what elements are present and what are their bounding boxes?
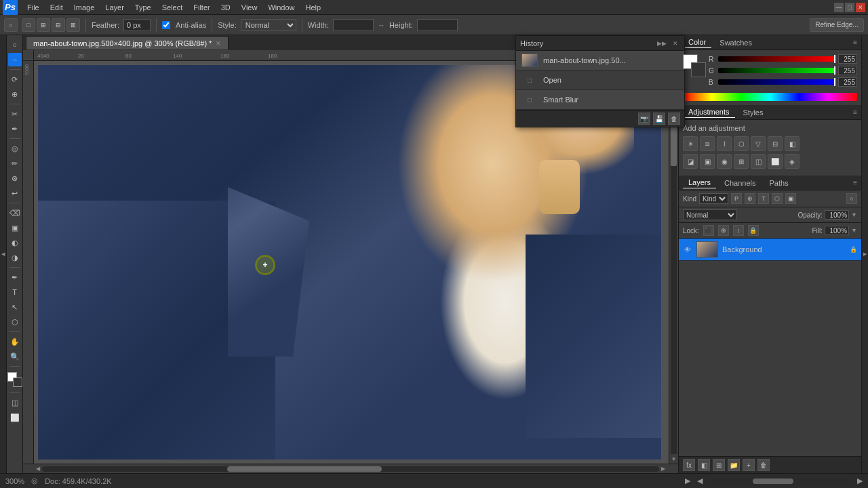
layer-fx-btn[interactable]: fx — [683, 459, 695, 471]
menu-3d[interactable]: 3D — [216, 2, 236, 13]
layer-filter-adj-btn[interactable]: ⊕ — [745, 193, 755, 204]
tab-close-button[interactable]: ✕ — [216, 40, 221, 47]
vscroll-down-button[interactable]: ▼ — [669, 454, 678, 464]
tool-shape[interactable]: ⬡ — [8, 315, 22, 329]
add-selection-btn[interactable]: ⊞ — [37, 18, 50, 32]
r-value-input[interactable] — [838, 54, 857, 64]
history-close-btn[interactable]: ✕ — [671, 40, 680, 47]
style-select[interactable]: Normal Fixed Ratio Fixed Size — [241, 19, 296, 31]
tool-eraser[interactable]: ⌫ — [8, 206, 22, 220]
swatches-tab[interactable]: Swatches — [714, 37, 757, 48]
timeline-play-btn[interactable]: ▶ — [685, 476, 690, 485]
hscroll-left-button[interactable]: ◀ — [34, 466, 42, 472]
hscroll-thumb[interactable] — [227, 466, 382, 472]
menu-type[interactable]: Type — [130, 2, 157, 13]
hscroll-track[interactable] — [42, 466, 659, 472]
adj-channelmixer-btn[interactable]: ▣ — [700, 154, 715, 169]
tool-eyedropper[interactable]: ✒ — [8, 122, 22, 136]
right-panel-collapse[interactable]: ▶ — [861, 35, 868, 473]
menu-edit[interactable]: Edit — [45, 2, 68, 13]
history-create-doc-btn[interactable]: 💾 — [653, 113, 665, 125]
adj-levels-btn[interactable]: ≋ — [700, 136, 715, 151]
adj-gradientmap-btn[interactable]: ◈ — [785, 154, 800, 169]
vscroll-track[interactable] — [671, 70, 677, 454]
bottom-scrollbar[interactable] — [712, 479, 848, 484]
tool-path-select[interactable]: ↖ — [8, 300, 22, 314]
tool-pen[interactable]: ✒ — [8, 270, 22, 284]
r-slider-track[interactable] — [718, 56, 835, 62]
layer-new-btn[interactable]: + — [743, 459, 755, 471]
color-panel-menu-icon[interactable]: ≡ — [853, 39, 857, 46]
layers-tab[interactable]: Layers — [683, 177, 716, 188]
tool-screen-mode[interactable]: ⬜ — [8, 411, 22, 424]
history-forward-btn[interactable]: ▶▶ — [655, 40, 669, 47]
scroll-left-btn[interactable]: ◀ — [697, 476, 703, 485]
foreground-background-colors[interactable] — [7, 372, 22, 387]
bg-swatch[interactable] — [691, 62, 706, 77]
menu-select[interactable]: Select — [157, 2, 189, 13]
opacity-input[interactable] — [825, 210, 849, 220]
tool-blur[interactable]: ◐ — [8, 236, 22, 249]
paths-tab[interactable]: Paths — [764, 178, 794, 188]
tool-history-brush[interactable]: ↩ — [8, 186, 22, 200]
tool-quick-mask[interactable]: ◫ — [8, 396, 22, 409]
zoom-cursor[interactable] — [255, 255, 275, 275]
elliptical-marquee-btn[interactable]: ○ — [4, 18, 18, 32]
adj-posterize-btn[interactable]: ◫ — [751, 154, 766, 169]
fill-input[interactable] — [825, 226, 849, 235]
tool-hand[interactable]: ✋ — [8, 335, 22, 348]
layer-filter-toggle-btn[interactable]: ○ — [846, 193, 857, 204]
menu-layer[interactable]: Layer — [100, 2, 130, 13]
hscroll-right-button[interactable]: ▶ — [659, 466, 667, 472]
tool-gradient[interactable]: ▣ — [8, 221, 22, 235]
adj-invert-btn[interactable]: ⊞ — [734, 154, 749, 169]
history-item-open[interactable]: □ Open — [516, 70, 684, 90]
lock-pixels-btn[interactable]: ⬛ — [703, 225, 714, 236]
fg-bg-swatch[interactable] — [683, 54, 706, 77]
opacity-stepper[interactable]: ▼ — [851, 211, 857, 218]
layer-mask-btn[interactable]: ◧ — [698, 459, 710, 471]
feather-input[interactable] — [123, 19, 151, 31]
layer-group-btn[interactable]: 📁 — [728, 459, 740, 471]
tool-lasso[interactable]: ⟳ — [8, 73, 22, 86]
adj-curves-btn[interactable]: ⌇ — [717, 136, 732, 151]
height-input[interactable] — [417, 19, 458, 31]
layers-panel-menu-icon[interactable]: ≡ — [853, 179, 857, 186]
layer-filter-pixel-btn[interactable]: P — [731, 193, 742, 204]
lock-artboard-btn[interactable]: ↕ — [733, 225, 744, 236]
intersect-selection-btn[interactable]: ⊠ — [66, 18, 80, 32]
new-selection-btn[interactable]: □ — [22, 18, 35, 32]
menu-view[interactable]: View — [236, 2, 263, 13]
adj-hsl-btn[interactable]: ⊟ — [768, 136, 783, 151]
b-value-input[interactable] — [838, 77, 857, 87]
menu-filter[interactable]: Filter — [188, 2, 215, 13]
scroll-right-icon[interactable]: ▶ — [857, 476, 863, 485]
layer-filter-shape-btn[interactable]: ⬡ — [772, 193, 783, 204]
history-item-smartblur[interactable]: □ Smart Blur — [516, 90, 684, 110]
layer-adj-btn[interactable]: ⊞ — [713, 459, 725, 471]
color-spectrum[interactable] — [683, 93, 857, 101]
menu-image[interactable]: Image — [68, 2, 100, 13]
tool-spot-heal[interactable]: ◎ — [8, 142, 22, 155]
maximize-button[interactable]: □ — [845, 3, 854, 12]
adj-threshold-btn[interactable]: ⬜ — [768, 154, 783, 169]
width-input[interactable] — [333, 19, 374, 31]
menu-help[interactable]: Help — [300, 2, 327, 13]
channels-tab[interactable]: Channels — [719, 178, 761, 188]
adj-colorlookup-btn[interactable]: ◉ — [717, 154, 732, 169]
layer-visibility-eye[interactable]: 👁 — [683, 245, 692, 254]
layer-filter-type-btn[interactable]: T — [758, 193, 769, 204]
tool-text[interactable]: T — [8, 285, 22, 299]
color-tab[interactable]: Color — [683, 37, 711, 48]
adj-exposure-btn[interactable]: ⬡ — [734, 136, 749, 151]
minimize-button[interactable]: — — [834, 3, 844, 12]
tool-brush[interactable]: ✏ — [8, 157, 22, 170]
b-slider-track[interactable] — [718, 79, 835, 85]
tool-zoom[interactable]: 🔍 — [8, 350, 22, 363]
tool-dodge[interactable]: ◑ — [8, 251, 22, 264]
fill-stepper[interactable]: ▼ — [851, 227, 857, 234]
tool-clone-stamp[interactable]: ⊗ — [8, 171, 22, 185]
kind-filter-select[interactable]: Kind — [699, 193, 728, 204]
layer-delete-btn[interactable]: 🗑 — [757, 459, 770, 471]
layer-filter-sm-btn[interactable]: ▣ — [785, 193, 796, 204]
